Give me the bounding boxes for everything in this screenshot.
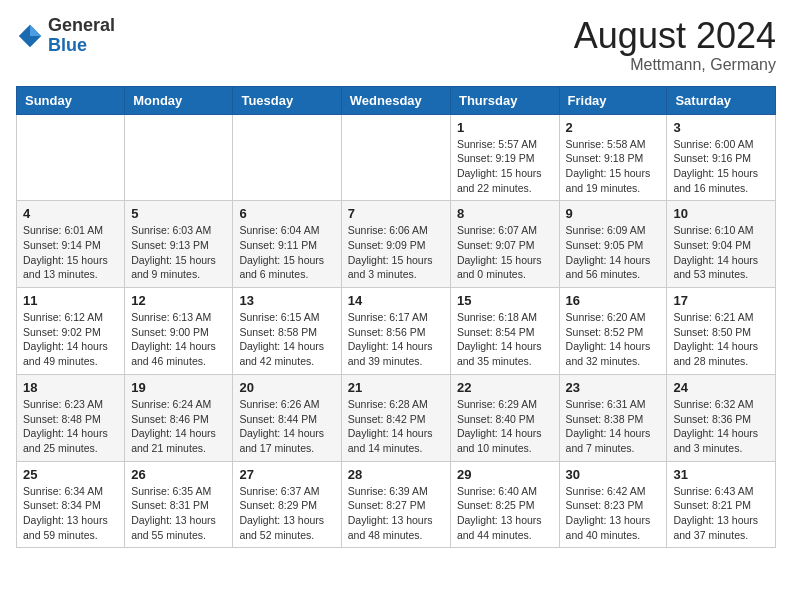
day-number: 24 [673,380,769,395]
day-of-week-header: Tuesday [233,86,341,114]
day-number: 7 [348,206,444,221]
calendar-cell: 20Sunrise: 6:26 AM Sunset: 8:44 PM Dayli… [233,374,341,461]
calendar-cell: 16Sunrise: 6:20 AM Sunset: 8:52 PM Dayli… [559,288,667,375]
calendar-cell: 18Sunrise: 6:23 AM Sunset: 8:48 PM Dayli… [17,374,125,461]
day-number: 11 [23,293,118,308]
day-info: Sunrise: 6:24 AM Sunset: 8:46 PM Dayligh… [131,397,226,456]
day-number: 25 [23,467,118,482]
day-info: Sunrise: 6:37 AM Sunset: 8:29 PM Dayligh… [239,484,334,543]
day-info: Sunrise: 6:20 AM Sunset: 8:52 PM Dayligh… [566,310,661,369]
calendar-cell: 29Sunrise: 6:40 AM Sunset: 8:25 PM Dayli… [450,461,559,548]
day-of-week-header: Sunday [17,86,125,114]
day-info: Sunrise: 6:21 AM Sunset: 8:50 PM Dayligh… [673,310,769,369]
day-info: Sunrise: 6:28 AM Sunset: 8:42 PM Dayligh… [348,397,444,456]
day-number: 9 [566,206,661,221]
day-info: Sunrise: 6:15 AM Sunset: 8:58 PM Dayligh… [239,310,334,369]
calendar-cell: 30Sunrise: 6:42 AM Sunset: 8:23 PM Dayli… [559,461,667,548]
day-info: Sunrise: 6:26 AM Sunset: 8:44 PM Dayligh… [239,397,334,456]
day-number: 16 [566,293,661,308]
day-number: 6 [239,206,334,221]
calendar-cell [17,114,125,201]
day-info: Sunrise: 6:01 AM Sunset: 9:14 PM Dayligh… [23,223,118,282]
logo-icon [16,22,44,50]
day-number: 12 [131,293,226,308]
day-number: 28 [348,467,444,482]
calendar-cell: 8Sunrise: 6:07 AM Sunset: 9:07 PM Daylig… [450,201,559,288]
calendar-cell: 31Sunrise: 6:43 AM Sunset: 8:21 PM Dayli… [667,461,776,548]
page-title: August 2024 [574,16,776,56]
day-number: 29 [457,467,553,482]
day-info: Sunrise: 6:34 AM Sunset: 8:34 PM Dayligh… [23,484,118,543]
calendar-cell: 3Sunrise: 6:00 AM Sunset: 9:16 PM Daylig… [667,114,776,201]
day-number: 21 [348,380,444,395]
day-info: Sunrise: 6:12 AM Sunset: 9:02 PM Dayligh… [23,310,118,369]
day-info: Sunrise: 6:07 AM Sunset: 9:07 PM Dayligh… [457,223,553,282]
day-info: Sunrise: 6:00 AM Sunset: 9:16 PM Dayligh… [673,137,769,196]
calendar-cell: 5Sunrise: 6:03 AM Sunset: 9:13 PM Daylig… [125,201,233,288]
svg-marker-1 [30,25,41,36]
calendar-cell [233,114,341,201]
day-number: 18 [23,380,118,395]
logo-blue-text: Blue [48,35,87,55]
calendar-cell: 13Sunrise: 6:15 AM Sunset: 8:58 PM Dayli… [233,288,341,375]
day-number: 19 [131,380,226,395]
day-number: 30 [566,467,661,482]
day-of-week-header: Saturday [667,86,776,114]
day-info: Sunrise: 6:09 AM Sunset: 9:05 PM Dayligh… [566,223,661,282]
calendar-cell: 7Sunrise: 6:06 AM Sunset: 9:09 PM Daylig… [341,201,450,288]
day-info: Sunrise: 6:31 AM Sunset: 8:38 PM Dayligh… [566,397,661,456]
calendar-week-row: 18Sunrise: 6:23 AM Sunset: 8:48 PM Dayli… [17,374,776,461]
calendar-cell: 15Sunrise: 6:18 AM Sunset: 8:54 PM Dayli… [450,288,559,375]
calendar-cell [125,114,233,201]
page-header: General Blue August 2024 Mettmann, Germa… [16,16,776,74]
days-of-week-row: SundayMondayTuesdayWednesdayThursdayFrid… [17,86,776,114]
day-of-week-header: Monday [125,86,233,114]
day-info: Sunrise: 6:29 AM Sunset: 8:40 PM Dayligh… [457,397,553,456]
calendar-week-row: 25Sunrise: 6:34 AM Sunset: 8:34 PM Dayli… [17,461,776,548]
calendar-cell: 12Sunrise: 6:13 AM Sunset: 9:00 PM Dayli… [125,288,233,375]
calendar-cell: 14Sunrise: 6:17 AM Sunset: 8:56 PM Dayli… [341,288,450,375]
logo-general-text: General [48,15,115,35]
calendar-cell: 25Sunrise: 6:34 AM Sunset: 8:34 PM Dayli… [17,461,125,548]
page-subtitle: Mettmann, Germany [574,56,776,74]
day-info: Sunrise: 6:23 AM Sunset: 8:48 PM Dayligh… [23,397,118,456]
calendar-cell: 24Sunrise: 6:32 AM Sunset: 8:36 PM Dayli… [667,374,776,461]
day-info: Sunrise: 6:17 AM Sunset: 8:56 PM Dayligh… [348,310,444,369]
calendar-cell: 23Sunrise: 6:31 AM Sunset: 8:38 PM Dayli… [559,374,667,461]
day-number: 8 [457,206,553,221]
calendar-cell: 6Sunrise: 6:04 AM Sunset: 9:11 PM Daylig… [233,201,341,288]
calendar-week-row: 1Sunrise: 5:57 AM Sunset: 9:19 PM Daylig… [17,114,776,201]
day-info: Sunrise: 6:04 AM Sunset: 9:11 PM Dayligh… [239,223,334,282]
calendar-cell: 1Sunrise: 5:57 AM Sunset: 9:19 PM Daylig… [450,114,559,201]
calendar-table: SundayMondayTuesdayWednesdayThursdayFrid… [16,86,776,549]
calendar-cell: 4Sunrise: 6:01 AM Sunset: 9:14 PM Daylig… [17,201,125,288]
calendar-week-row: 4Sunrise: 6:01 AM Sunset: 9:14 PM Daylig… [17,201,776,288]
day-number: 4 [23,206,118,221]
day-number: 5 [131,206,226,221]
day-number: 10 [673,206,769,221]
calendar-cell: 22Sunrise: 6:29 AM Sunset: 8:40 PM Dayli… [450,374,559,461]
day-number: 2 [566,120,661,135]
day-info: Sunrise: 5:58 AM Sunset: 9:18 PM Dayligh… [566,137,661,196]
day-number: 26 [131,467,226,482]
day-number: 14 [348,293,444,308]
calendar-cell: 2Sunrise: 5:58 AM Sunset: 9:18 PM Daylig… [559,114,667,201]
calendar-body: 1Sunrise: 5:57 AM Sunset: 9:19 PM Daylig… [17,114,776,548]
calendar-cell: 19Sunrise: 6:24 AM Sunset: 8:46 PM Dayli… [125,374,233,461]
day-info: Sunrise: 6:10 AM Sunset: 9:04 PM Dayligh… [673,223,769,282]
title-block: August 2024 Mettmann, Germany [574,16,776,74]
calendar-header: SundayMondayTuesdayWednesdayThursdayFrid… [17,86,776,114]
day-info: Sunrise: 5:57 AM Sunset: 9:19 PM Dayligh… [457,137,553,196]
day-number: 15 [457,293,553,308]
day-info: Sunrise: 6:40 AM Sunset: 8:25 PM Dayligh… [457,484,553,543]
day-number: 20 [239,380,334,395]
day-info: Sunrise: 6:39 AM Sunset: 8:27 PM Dayligh… [348,484,444,543]
day-info: Sunrise: 6:13 AM Sunset: 9:00 PM Dayligh… [131,310,226,369]
calendar-cell: 9Sunrise: 6:09 AM Sunset: 9:05 PM Daylig… [559,201,667,288]
day-of-week-header: Friday [559,86,667,114]
day-number: 31 [673,467,769,482]
day-number: 22 [457,380,553,395]
calendar-week-row: 11Sunrise: 6:12 AM Sunset: 9:02 PM Dayli… [17,288,776,375]
day-info: Sunrise: 6:35 AM Sunset: 8:31 PM Dayligh… [131,484,226,543]
day-info: Sunrise: 6:18 AM Sunset: 8:54 PM Dayligh… [457,310,553,369]
